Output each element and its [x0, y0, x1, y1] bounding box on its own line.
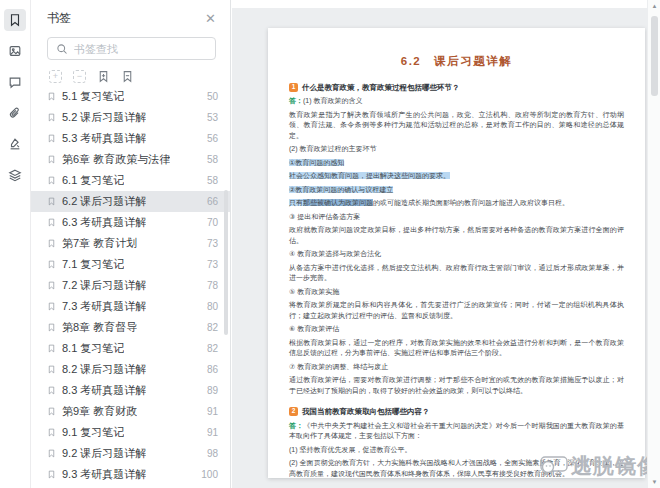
paragraph: ①教育问题的感知 [289, 158, 624, 169]
paragraph: 教育政策是指为了解决教育领域所产生的公共问题，政党、立法机构、政府等所制定的教育… [289, 110, 624, 142]
image-icon [8, 44, 22, 58]
bookmark-list: 5.1 复习笔记505.2 课后习题详解535.3 考研真题详解56第6章 教育… [31, 86, 230, 488]
bookmark-label: 5.3 考研真题详解 [62, 131, 146, 146]
close-icon[interactable]: ✕ [205, 12, 216, 25]
bookmark-label: 9.1 复习笔记 [62, 425, 124, 440]
bookmark-icon [8, 13, 22, 27]
bookmark-page-number: 58 [207, 154, 218, 165]
bookmark-icon [47, 280, 56, 291]
bookmark-item[interactable]: 9.1 复习笔记91 [31, 422, 230, 443]
bookmark-item[interactable]: 第9章 教育财政91 [31, 401, 230, 422]
paperclip-icon [8, 106, 22, 120]
bookmark-item[interactable]: 6.1 复习笔记58 [31, 170, 230, 191]
bookmark-item[interactable]: 8.2 课后习题详解86 [31, 359, 230, 380]
bookmark-item[interactable]: 6.2 课后习题详解66 [31, 191, 230, 212]
bookmark-label: 第8章 教育督导 [62, 320, 137, 335]
collapse-all-icon[interactable]: − [73, 70, 86, 83]
bookmark-item[interactable]: 5.2 课后习题详解53 [31, 107, 230, 128]
answer-paragraph: 答：(1) 教育政策的含义 [289, 96, 624, 107]
bookmark-item[interactable]: 第6章 教育政策与法律58 [31, 149, 230, 170]
bookmark-icon [47, 154, 56, 165]
paragraph: ⑥ 教育政策评估 [289, 324, 624, 335]
bookmark-icon [47, 259, 56, 270]
bookmark-icon [47, 196, 56, 207]
paragraph: 将教育政策所规定的目标和内容具体化，首先要进行广泛的政策宣传；同时，付诸一定的组… [289, 300, 624, 321]
bookmark-page-number: 53 [207, 112, 218, 123]
bookmark-page-number: 82 [207, 322, 218, 333]
paragraph: 只有那些被确认为政策问题的或可能造成长期负面影响的教育问题才能进入政府议事日程。 [289, 198, 624, 209]
pdf-reader-app: 书签 ✕ + − 5.1 复习笔记505.2 课后习题详解535.3 考研真题详… [0, 0, 660, 488]
question-badge: 2 [289, 407, 298, 416]
question: 1什么是教育政策，教育政策过程包括哪些环节？ [289, 82, 624, 93]
bookmark-item[interactable]: 7.2 课后习题详解78 [31, 275, 230, 296]
bookmark-item[interactable]: 9.3 考研真题详解100 [31, 464, 230, 485]
comments-panel-button[interactable] [4, 71, 26, 93]
scroll-up-icon[interactable]: ▲ [648, 3, 660, 9]
search-icon [56, 43, 68, 55]
bookmark-label: 第9章 教育财政 [62, 404, 137, 419]
paragraph: 从备选方案中进行优化选择，然后提交立法机构、政府教育行政主管部门审议，通过后才形… [289, 263, 624, 284]
bookmark-page-number: 66 [207, 196, 218, 207]
paragraph: ⑦ 教育政策的调整、终结与废止 [289, 362, 624, 373]
add-bookmark-icon[interactable] [97, 70, 110, 83]
bookmark-item[interactable]: 8.1 复习笔记82 [31, 338, 230, 359]
highlighted-text: 只有 [289, 199, 303, 206]
bookmark-item[interactable]: 第8章 教育督导82 [31, 317, 230, 338]
remove-bookmark-icon[interactable] [121, 70, 134, 83]
sidebar-header: 书签 ✕ [31, 0, 230, 35]
attachments-panel-button[interactable] [4, 102, 26, 124]
answer-prefix: 答： [289, 97, 303, 104]
paragraph: ②教育政策问题的确认与议程建立 [289, 185, 624, 196]
bookmark-item[interactable]: 7.1 复习笔记73 [31, 254, 230, 275]
question-badge: 1 [289, 83, 298, 92]
paragraph: 社会公众感知教育问题，提出解决这些问题的要求。 [289, 171, 624, 182]
bookmark-item[interactable]: 5.1 复习笔记50 [31, 86, 230, 107]
bookmark-page-number: 98 [207, 448, 218, 459]
bookmark-label: 6.2 课后习题详解 [62, 194, 146, 209]
bookmark-icon [47, 364, 56, 375]
question-text: 我国当前教育政策取向包括哪些内容？ [302, 406, 430, 417]
document-scrollbar[interactable]: ▲ ▼ [647, 0, 660, 488]
thumbnails-panel-button[interactable] [4, 40, 26, 62]
scroll-down-icon[interactable]: ▼ [648, 479, 660, 485]
bookmark-label: 7.3 考研真题详解 [62, 299, 146, 314]
answer-prefix: 答： [289, 422, 303, 429]
layers-panel-button[interactable] [4, 164, 26, 186]
bookmark-page-number: 91 [207, 427, 218, 438]
sidebar-title: 书签 [47, 10, 71, 27]
bookmark-icon [47, 469, 56, 480]
bookmark-item[interactable]: 7.3 考研真题详解80 [31, 296, 230, 317]
panel-icon-strip [0, 0, 31, 488]
bookmark-item[interactable]: 第7章 教育计划73 [31, 233, 230, 254]
document-scrollbar-thumb[interactable] [651, 16, 658, 96]
pdf-page: 6.2 课后习题详解 1什么是教育政策，教育政策过程包括哪些环节？答：(1) 教… [268, 28, 645, 478]
question: 2我国当前教育政策取向包括哪些内容？ [289, 406, 624, 417]
bookmark-icon [47, 406, 56, 417]
bookmark-item[interactable]: 9.2 课后习题详解98 [31, 443, 230, 464]
paragraph: ④ 教育政策选择与政策合法化 [289, 249, 624, 260]
highlighted-text: ①教育问题的感知 [289, 159, 344, 166]
bookmark-label: 5.2 课后习题详解 [62, 110, 146, 125]
bookmark-item[interactable]: 8.3 考研真题详解89 [31, 380, 230, 401]
bookmark-page-number: 86 [207, 364, 218, 375]
highlighted-text: 那些被确认为政策问题 [303, 199, 373, 206]
sidebar-scrollbar-thumb[interactable] [224, 190, 228, 335]
bookmark-icon [47, 343, 56, 354]
bookmark-page-number: 50 [207, 91, 218, 102]
bookmark-item[interactable]: 6.3 考研真题详解70 [31, 212, 230, 233]
signature-panel-button[interactable] [4, 133, 26, 155]
paragraph: (2) 教育政策过程的主要环节 [289, 144, 624, 155]
bookmark-search [47, 37, 216, 60]
paragraph: 根据教育政策目标，通过一定的程序，对教育政策实施的效果和社会效益进行分析和判断，… [289, 338, 624, 359]
expand-all-icon[interactable]: + [49, 70, 62, 83]
bookmark-page-number: 73 [207, 238, 218, 249]
bookmark-label: 第6章 教育政策与法律 [62, 152, 170, 167]
bookmark-icon [47, 427, 56, 438]
answer-text: 《中共中央关于构建社会主义和谐社会若干重大问题的决定》对今后一个时期我国的重大教… [289, 422, 624, 440]
bookmark-item[interactable]: 5.3 考研真题详解56 [31, 128, 230, 149]
bookmark-search-input[interactable] [74, 43, 207, 55]
bookmark-icon [47, 238, 56, 249]
bookmarks-panel-button[interactable] [4, 9, 26, 31]
bookmark-label: 9.2 课后习题详解 [62, 446, 146, 461]
bookmark-icon [47, 175, 56, 186]
